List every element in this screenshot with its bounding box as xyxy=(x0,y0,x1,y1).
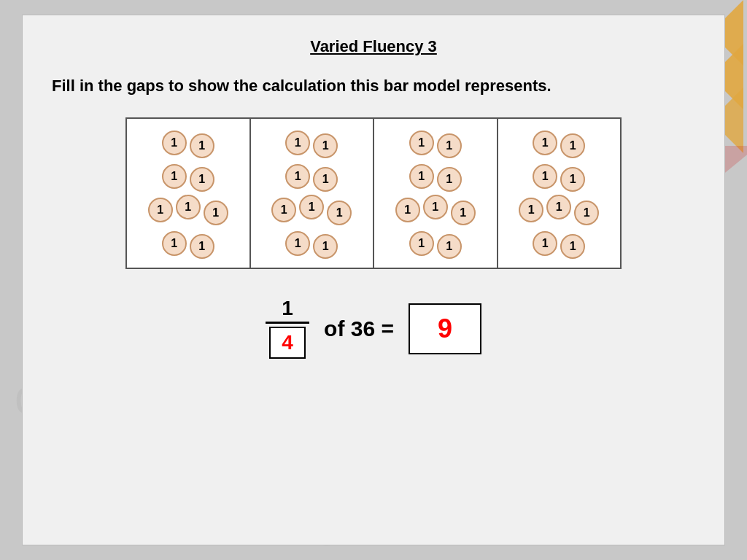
answer-box: 9 xyxy=(409,303,481,354)
fraction: 1 4 xyxy=(266,298,309,359)
circle: 1 xyxy=(162,131,187,155)
circle-row: 1 1 1 xyxy=(395,195,476,225)
circle: 1 xyxy=(395,198,420,222)
circle: 1 xyxy=(327,201,352,225)
circle: 1 xyxy=(162,164,187,189)
circle: 1 xyxy=(533,164,557,189)
answer-value: 9 xyxy=(438,314,452,344)
fraction-denominator: 4 xyxy=(269,327,306,359)
circle-row: 1 1 xyxy=(409,128,462,158)
bar-section-1: 1 1 1 1 1 1 1 1 1 xyxy=(127,119,251,268)
circle-row: 1 1 1 xyxy=(519,195,599,225)
circle-row: 1 1 xyxy=(162,128,214,158)
circle: 1 xyxy=(519,198,543,222)
circle-row: 1 1 xyxy=(285,228,338,259)
circle: 1 xyxy=(560,133,585,158)
circle-row: 1 1 1 xyxy=(271,195,352,225)
circle: 1 xyxy=(574,201,599,225)
circle: 1 xyxy=(313,167,338,192)
circle-row: 1 1 xyxy=(533,128,585,158)
circle: 1 xyxy=(204,201,228,225)
circle: 1 xyxy=(533,231,557,256)
main-card: Varied Fluency 3 Fill in the gaps to sho… xyxy=(22,15,725,545)
circle: 1 xyxy=(409,131,434,155)
circle-row: 1 1 xyxy=(533,161,585,192)
bar-model: 1 1 1 1 1 1 1 1 1 1 1 1 xyxy=(125,117,622,269)
circle-row: 1 1 xyxy=(162,161,214,192)
circle: 1 xyxy=(423,195,448,219)
circle-row: 1 1 xyxy=(285,161,338,192)
circle: 1 xyxy=(437,167,462,192)
circle: 1 xyxy=(190,167,214,192)
circle: 1 xyxy=(299,195,324,219)
circle: 1 xyxy=(148,198,173,222)
fraction-line xyxy=(266,322,309,324)
circle: 1 xyxy=(560,234,585,259)
circle: 1 xyxy=(313,234,338,259)
circle-row: 1 1 1 xyxy=(148,195,228,225)
circle: 1 xyxy=(190,133,214,158)
page-title: Varied Fluency 3 xyxy=(52,37,695,56)
answer-area: 1 4 of 36 = 9 xyxy=(52,298,695,359)
bar-section-3: 1 1 1 1 1 1 1 1 1 xyxy=(374,119,498,268)
circle: 1 xyxy=(162,231,187,256)
circle: 1 xyxy=(190,234,214,259)
circle-row: 1 1 xyxy=(285,128,338,158)
bar-section-4: 1 1 1 1 1 1 1 1 1 xyxy=(498,119,621,268)
circle: 1 xyxy=(437,234,462,259)
circle-row: 1 1 xyxy=(533,228,585,259)
circle-row: 1 1 xyxy=(409,161,462,192)
circle: 1 xyxy=(409,164,434,189)
of-text: of 36 = xyxy=(324,316,394,341)
circle: 1 xyxy=(533,131,557,155)
circle: 1 xyxy=(271,198,296,222)
circle: 1 xyxy=(313,133,338,158)
fraction-numerator: 1 xyxy=(282,298,293,319)
circle: 1 xyxy=(285,131,310,155)
question-text: Fill in the gaps to show the calculation… xyxy=(52,77,695,96)
circle: 1 xyxy=(285,164,310,189)
bar-section-2: 1 1 1 1 1 1 1 1 1 xyxy=(251,119,375,268)
circle-row: 1 1 xyxy=(162,228,214,259)
circle-row: 1 1 xyxy=(409,228,462,259)
circle: 1 xyxy=(409,231,434,256)
circle: 1 xyxy=(437,133,462,158)
circle: 1 xyxy=(546,195,571,219)
circle: 1 xyxy=(560,167,585,192)
circle: 1 xyxy=(285,231,310,256)
circle: 1 xyxy=(176,195,201,219)
circle: 1 xyxy=(451,201,476,225)
